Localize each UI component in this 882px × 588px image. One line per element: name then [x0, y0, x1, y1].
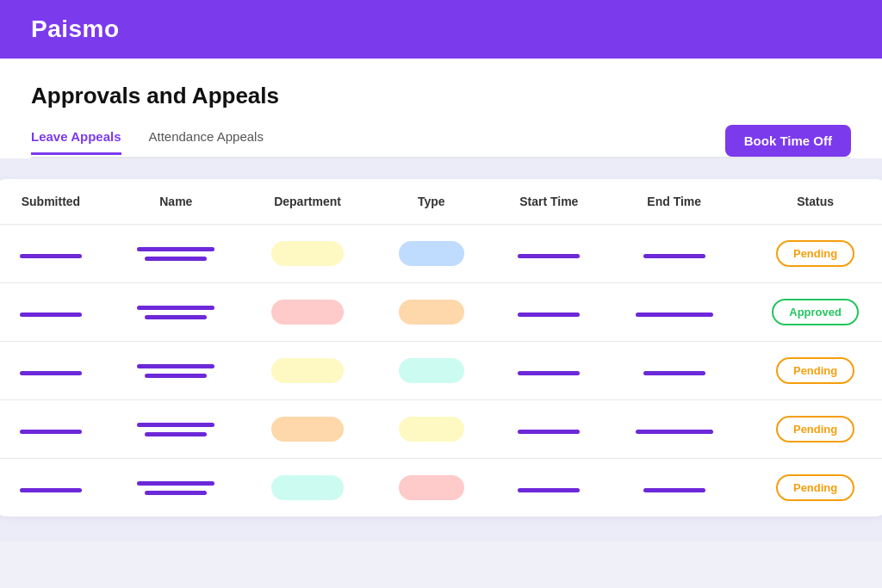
book-time-off-button[interactable]: Book Time Off	[725, 125, 851, 157]
cell-type	[371, 459, 491, 517]
cell-status: Pending	[742, 342, 882, 400]
cell-end-time	[606, 283, 742, 342]
cell-type	[371, 283, 491, 342]
name-line-2	[145, 432, 207, 436]
col-submitted: Submitted	[0, 179, 109, 225]
name-line-1	[137, 481, 214, 486]
name-lines	[122, 481, 230, 495]
start-line	[518, 313, 580, 317]
start-line	[518, 488, 580, 492]
status-badge: Pending	[776, 416, 854, 443]
cell-type	[371, 342, 491, 400]
app-wrapper: Paismo Approvals and Appeals Leave Appea…	[0, 0, 882, 541]
tabs-container: Leave Appeals Attendance Appeals	[31, 129, 264, 153]
end-line	[636, 430, 713, 434]
col-end-time: End Time	[606, 179, 742, 225]
logo: Paismo	[31, 15, 120, 43]
cell-department	[244, 283, 371, 342]
col-status: Status	[742, 179, 882, 225]
col-start-time: Start Time	[491, 179, 606, 225]
cell-start-time	[491, 225, 606, 283]
cell-department	[244, 342, 371, 400]
dept-pill	[271, 300, 343, 325]
table-row: Pending	[0, 400, 882, 459]
cell-name	[109, 342, 244, 400]
table-header-row: Submitted Name Department Type Start Tim…	[0, 179, 882, 225]
name-lines	[122, 364, 230, 378]
cell-start-time	[491, 283, 606, 342]
submitted-line	[20, 430, 82, 434]
cell-department	[244, 225, 371, 283]
table-container: Submitted Name Department Type Start Tim…	[0, 179, 882, 517]
type-pill	[399, 300, 464, 325]
end-line	[636, 313, 713, 317]
start-line	[518, 430, 580, 434]
cell-submitted	[0, 342, 109, 400]
cell-type	[371, 400, 491, 459]
type-pill	[399, 417, 464, 442]
cell-status: Pending	[742, 459, 882, 517]
tab-leave-appeals[interactable]: Leave Appeals	[31, 129, 121, 155]
cell-start-time	[491, 459, 606, 517]
table-section: Submitted Name Department Type Start Tim…	[0, 158, 882, 541]
status-badge: Pending	[776, 474, 854, 501]
page-title: Approvals and Appeals	[31, 83, 851, 109]
status-badge: Pending	[776, 240, 854, 267]
name-lines	[122, 423, 230, 436]
appeals-table: Submitted Name Department Type Start Tim…	[0, 179, 882, 517]
dept-pill	[271, 241, 343, 266]
cell-status: Pending	[742, 225, 882, 283]
cell-name	[109, 283, 244, 342]
header: Paismo	[0, 0, 882, 59]
cell-name	[109, 400, 244, 459]
end-line	[643, 488, 705, 492]
cell-start-time	[491, 342, 606, 400]
cell-submitted	[0, 283, 109, 342]
cell-status: Approved	[742, 283, 882, 342]
name-lines	[122, 306, 230, 319]
name-line-2	[145, 315, 207, 319]
cell-department	[244, 459, 371, 517]
cell-end-time	[606, 342, 742, 400]
cell-type	[371, 225, 491, 283]
end-line	[643, 371, 705, 375]
cell-department	[244, 400, 371, 459]
submitted-line	[20, 313, 82, 317]
name-line-1	[137, 364, 214, 368]
submitted-line	[20, 488, 82, 492]
col-department: Department	[244, 179, 371, 225]
name-line-1	[137, 306, 214, 310]
tabs-row: Leave Appeals Attendance Appeals Book Ti…	[31, 125, 851, 158]
table-row: Pending	[0, 225, 882, 283]
name-line-1	[137, 423, 214, 427]
status-badge: Pending	[776, 357, 854, 384]
col-name: Name	[109, 179, 244, 225]
name-line-2	[145, 374, 207, 378]
dept-pill	[271, 358, 343, 383]
start-line	[518, 371, 580, 375]
cell-name	[109, 225, 244, 283]
status-badge: Approved	[772, 299, 859, 325]
cell-end-time	[606, 459, 742, 517]
page-content: Approvals and Appeals Leave Appeals Atte…	[0, 59, 882, 158]
table-row: Pending	[0, 459, 882, 517]
cell-submitted	[0, 225, 109, 283]
name-line-1	[137, 247, 214, 251]
cell-name	[109, 459, 244, 517]
type-pill	[399, 241, 464, 266]
type-pill	[399, 358, 464, 383]
cell-end-time	[606, 400, 742, 459]
name-line-2	[145, 491, 207, 495]
cell-status: Pending	[742, 400, 882, 459]
submitted-line	[20, 371, 82, 375]
submitted-line	[20, 254, 82, 258]
name-lines	[122, 247, 230, 261]
col-type: Type	[371, 179, 491, 225]
dept-pill	[271, 417, 343, 442]
tab-attendance-appeals[interactable]: Attendance Appeals	[149, 129, 264, 155]
table-row: Approved	[0, 283, 882, 342]
table-row: Pending	[0, 342, 882, 400]
cell-start-time	[491, 400, 606, 459]
cell-submitted	[0, 400, 109, 459]
cell-end-time	[606, 225, 742, 283]
